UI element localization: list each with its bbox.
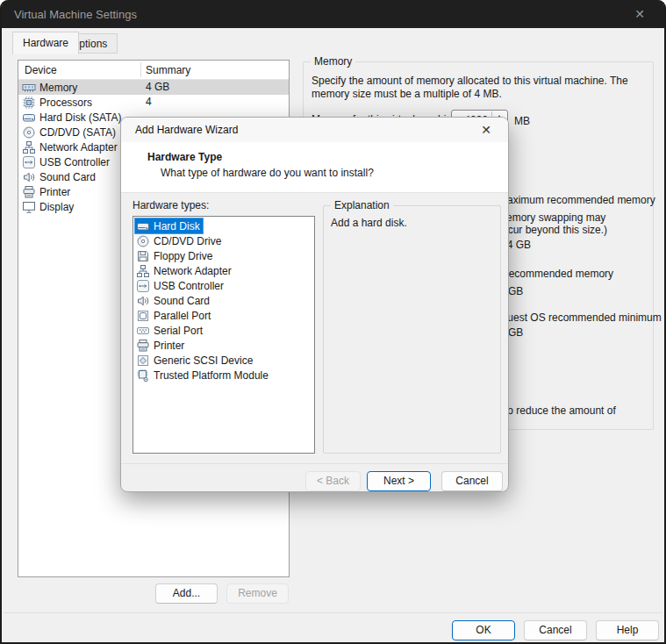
sound-card-icon — [136, 294, 150, 308]
device-label: Sound Card — [39, 171, 96, 183]
hardware-type-line: Floppy Drive — [135, 248, 215, 263]
network-adapter-icon — [22, 140, 36, 154]
titlebar: Virtual Machine Settings ✕ — [2, 0, 664, 28]
hardware-type-line: Sound Card — [135, 293, 212, 308]
hardware-type-line: Printer — [135, 338, 187, 353]
column-header-summary[interactable]: Summary — [146, 64, 190, 76]
explanation-group-label: Explanation — [331, 199, 393, 211]
display-icon — [22, 200, 36, 214]
device-label: Processors — [39, 97, 92, 109]
screen: Virtual Machine Settings ✕ Hardware Opti… — [0, 0, 666, 644]
usb-controller-icon — [136, 279, 150, 293]
device-label: Memory — [39, 82, 77, 94]
device-label: Display — [39, 201, 74, 213]
memory-description: Specify the amount of memory allocated t… — [312, 75, 655, 101]
device-summary: 4 — [146, 96, 152, 108]
hardware-type-line: Generic SCSI Device — [135, 353, 255, 368]
memory-info-fragment: to reduce the amount of — [505, 404, 616, 417]
close-icon: ✕ — [481, 123, 491, 137]
memory-icon — [22, 81, 36, 95]
back-button[interactable]: < Back — [305, 471, 361, 491]
close-icon: ✕ — [634, 7, 645, 21]
close-button[interactable]: ✕ — [622, 2, 657, 26]
hardware-type-network-adapter[interactable]: Network Adapter — [134, 263, 313, 278]
hardware-type-label: Printer — [154, 340, 184, 352]
memory-group-label: Memory — [311, 55, 355, 68]
hardware-type-cd-dvd-drive[interactable]: CD/DVD Drive — [134, 233, 313, 248]
device-list-header: Device Summary — [18, 61, 289, 80]
parallel-port-icon — [136, 309, 150, 323]
hardware-type-parallel-port[interactable]: Parallel Port — [134, 308, 313, 323]
help-button[interactable]: Help — [596, 620, 659, 640]
column-divider[interactable] — [140, 62, 141, 77]
remove-device-button[interactable]: Remove — [226, 583, 289, 604]
hardware-type-label: Sound Card — [154, 295, 210, 307]
wizard-close-button[interactable]: ✕ — [473, 120, 499, 140]
hardware-type-label: USB Controller — [154, 280, 224, 292]
tpm-icon — [136, 369, 150, 383]
usb-controller-icon — [22, 155, 36, 169]
hardware-type-hard-disk[interactable]: Hard Disk — [134, 218, 313, 233]
memory-info-fragment: (Memory swapping may — [494, 211, 605, 224]
hardware-type-label: CD/DVD Drive — [154, 235, 221, 247]
memory-info-fragment: Maximum recommended memory — [498, 194, 655, 206]
ok-button[interactable]: OK — [452, 620, 515, 640]
explanation-text: Add a hard disk. — [331, 217, 407, 229]
generic-scsi-icon — [136, 354, 150, 368]
hardware-type-floppy-drive[interactable]: Floppy Drive — [134, 248, 313, 263]
hard-disk-icon — [22, 111, 36, 125]
hardware-type-line: Trusted Platform Module — [135, 368, 271, 383]
footer-divider — [4, 612, 662, 613]
tab-hardware[interactable]: Hardware — [12, 32, 79, 54]
device-label: Network Adapter — [39, 141, 118, 154]
hardware-type-generic-scsi-device[interactable]: Generic SCSI Device — [134, 353, 313, 368]
virtual-machine-settings-window: Virtual Machine Settings ✕ Hardware Opti… — [0, 0, 666, 644]
floppy-icon — [136, 249, 150, 263]
device-row-memory[interactable]: Memory4 GB — [18, 80, 289, 95]
cancel-button[interactable]: Cancel — [524, 620, 587, 640]
serial-port-icon — [136, 324, 150, 338]
hardware-type-line: USB Controller — [135, 278, 226, 293]
printer-icon — [22, 185, 36, 199]
wizard-header: Hardware Type What type of hardware do y… — [121, 142, 508, 193]
hardware-type-printer[interactable]: Printer — [134, 338, 313, 353]
next-button[interactable]: Next > — [367, 471, 431, 491]
memory-info-fragment: Recommended memory — [501, 268, 613, 280]
device-label: CD/DVD (SATA) — [39, 126, 116, 139]
hardware-type-usb-controller[interactable]: USB Controller — [134, 278, 313, 293]
device-row-processors[interactable]: Processors4 — [18, 95, 289, 110]
device-label: USB Controller — [39, 156, 110, 168]
wizard-title: Add Hardware Wizard — [135, 124, 238, 136]
hardware-type-label: Trusted Platform Module — [154, 369, 269, 382]
device-summary: 4 GB — [146, 81, 169, 93]
printer-icon — [136, 339, 150, 353]
cd-dvd-icon — [22, 125, 36, 140]
hardware-types-listbox[interactable]: Hard DiskCD/DVD DriveFloppy DriveNetwork… — [132, 216, 315, 454]
hardware-types-label: Hardware types: — [132, 199, 209, 211]
hardware-type-label: Hard Disk — [154, 220, 200, 233]
memory-info-fragment: occur beyond this size.) — [497, 224, 607, 236]
hardware-type-label: Network Adapter — [154, 265, 232, 277]
hardware-type-serial-port[interactable]: Serial Port — [134, 323, 313, 338]
explanation-group: Explanation Add a hard disk. — [323, 205, 501, 454]
hardware-type-label: Generic SCSI Device — [154, 354, 253, 367]
hardware-type-label: Parallel Port — [154, 310, 211, 322]
device-label: Printer — [39, 186, 70, 198]
wizard-divider — [121, 463, 508, 464]
device-label: Hard Disk (SATA) — [39, 111, 122, 124]
hardware-type-label: Serial Port — [154, 325, 203, 337]
hardware-type-line: Network Adapter — [135, 263, 234, 278]
hardware-type-sound-card[interactable]: Sound Card — [134, 293, 313, 308]
hard-disk-icon — [136, 219, 150, 233]
wizard-cancel-button[interactable]: Cancel — [441, 471, 503, 491]
add-device-button[interactable]: Add... — [155, 583, 218, 604]
memory-info-fragment: Guest OS recommended minimum — [499, 311, 662, 324]
cd-dvd-icon — [136, 234, 150, 248]
window-title: Virtual Machine Settings — [14, 8, 137, 21]
wizard-subheading: What type of hardware do you want to ins… — [161, 167, 374, 179]
column-header-device[interactable]: Device — [25, 64, 57, 76]
memory-unit-label: MB — [514, 115, 530, 127]
hardware-type-line: Serial Port — [135, 323, 205, 338]
hardware-type-line: Parallel Port — [135, 308, 213, 323]
hardware-type-trusted-platform-module[interactable]: Trusted Platform Module — [134, 368, 313, 383]
